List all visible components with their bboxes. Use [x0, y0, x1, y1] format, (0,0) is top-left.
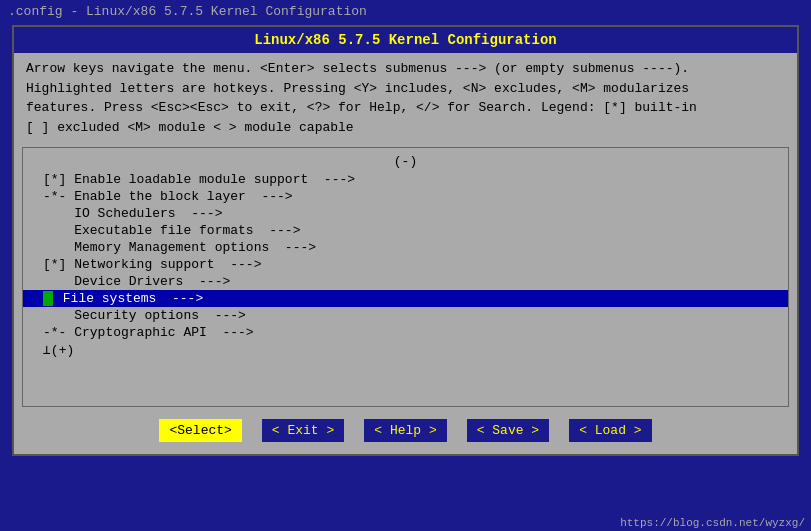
help-line: [ ] excluded <M> module < > module capab…	[26, 118, 785, 138]
bottom-buttons: <Select>< Exit >< Help >< Save >< Load >	[22, 411, 789, 450]
menu-separator: (-)	[23, 152, 788, 171]
exit-btn[interactable]: < Exit >	[262, 419, 344, 442]
menu-item-memory-management[interactable]: Memory Management options --->	[23, 239, 788, 256]
help-line: Arrow keys navigate the menu. <Enter> se…	[26, 59, 785, 79]
title-bar: .config - Linux/x86 5.7.5 Kernel Configu…	[0, 0, 811, 23]
help-btn-label: < Help >	[374, 423, 436, 438]
status-bar: https://blog.csdn.net/wyzxg/	[614, 515, 811, 531]
load-btn-label: < Load >	[579, 423, 641, 438]
menu-area: (-) [*] Enable loadable module support -…	[22, 147, 789, 407]
help-text: Arrow keys navigate the menu. <Enter> se…	[14, 53, 797, 143]
menu-item-cryptographic-api[interactable]: -*- Cryptographic API --->	[23, 324, 788, 341]
menu-footer: ⊥(+)	[23, 341, 788, 359]
menu-item-executable-formats[interactable]: Executable file formats --->	[23, 222, 788, 239]
help-line: Highlighted letters are hotkeys. Pressin…	[26, 79, 785, 99]
menu-item-block-layer[interactable]: -*- Enable the block layer --->	[23, 188, 788, 205]
green-indicator: █	[43, 291, 53, 306]
menu-item-networking[interactable]: [*] Networking support --->	[23, 256, 788, 273]
save-btn-label: < Save >	[477, 423, 539, 438]
menu-item-file-systems[interactable]: █ File systems --->	[23, 290, 788, 307]
load-btn[interactable]: < Load >	[569, 419, 651, 442]
help-line: features. Press <Esc><Esc> to exit, <?> …	[26, 98, 785, 118]
menu-item-device-drivers[interactable]: Device Drivers --->	[23, 273, 788, 290]
exit-btn-label: < Exit >	[272, 423, 334, 438]
help-btn[interactable]: < Help >	[364, 419, 446, 442]
save-btn[interactable]: < Save >	[467, 419, 549, 442]
menu-item-security-options[interactable]: Security options --->	[23, 307, 788, 324]
select-btn[interactable]: <Select>	[159, 419, 241, 442]
menu-item-io-schedulers[interactable]: IO Schedulers --->	[23, 205, 788, 222]
menu-item-loadable-module[interactable]: [*] Enable loadable module support --->	[23, 171, 788, 188]
title-bar-text: .config - Linux/x86 5.7.5 Kernel Configu…	[8, 4, 367, 19]
select-btn-label: <Select>	[169, 423, 231, 438]
menu-item-label: File systems --->	[55, 291, 203, 306]
dialog-title: Linux/x86 5.7.5 Kernel Configuration	[14, 27, 797, 53]
main-container: Linux/x86 5.7.5 Kernel Configuration Arr…	[12, 25, 799, 456]
